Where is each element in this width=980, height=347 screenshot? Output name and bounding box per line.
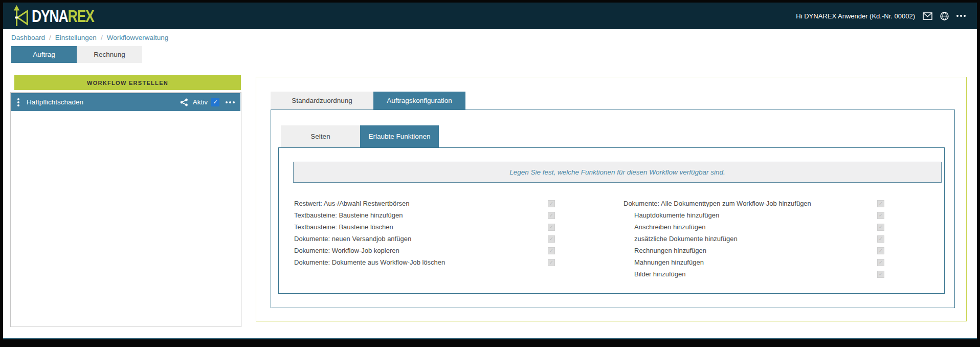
workflow-status-label: Aktiv	[193, 98, 208, 106]
function-label: Textbausteine: Bausteine löschen	[294, 223, 393, 231]
function-checkbox: ✓	[548, 200, 555, 207]
function-checkbox: ✓	[548, 212, 555, 219]
share-icon[interactable]	[180, 98, 188, 106]
function-row: Textbausteine: Bausteine löschen✓	[294, 221, 555, 233]
function-label: Hauptdokumente hinzufügen	[623, 211, 719, 219]
function-label: Mahnungen hinzufügen	[623, 258, 704, 266]
logo-arrow-icon	[11, 5, 31, 27]
function-checkbox: ✓	[877, 200, 884, 207]
function-checkbox: ✓	[877, 224, 884, 231]
info-message: Legen Sie fest, welche Funktionen für di…	[293, 162, 942, 183]
function-checkbox: ✓	[877, 271, 884, 278]
configuration-panel: StandardzuordnungAuftragskonfiguration S…	[256, 77, 967, 321]
workflow-item[interactable]: HaftpflichtschadenAktiv✓	[11, 93, 240, 111]
function-checkbox: ✓	[877, 259, 884, 266]
function-row: Dokumente: Dokumente aus Workflow-Job lö…	[294, 256, 555, 268]
workflow-name: Haftpflichtschaden	[27, 98, 180, 106]
panel-tabs-level1: StandardzuordnungAuftragskonfiguration	[271, 92, 465, 110]
function-label: zusätzliche Dokumente hinzufügen	[623, 235, 738, 243]
function-label: Dokumente: Alle Dokumenttypen zum Workfl…	[623, 200, 811, 207]
tab-standardzuordnung[interactable]: Standardzuordnung	[271, 92, 373, 110]
function-row: Dokumente: neuen Versandjob anfügen✓	[294, 233, 555, 245]
app-header: DYNAREX Hi DYNAREX Anwender (Kd.-Nr. 000…	[3, 3, 977, 29]
function-label: Restwert: Aus-/Abwahl Restwertbörsen	[294, 200, 409, 207]
app-page: DYNAREX Hi DYNAREX Anwender (Kd.-Nr. 000…	[3, 3, 977, 339]
breadcrumb-separator: /	[101, 34, 103, 41]
function-label: Rechnungen hinzufügen	[623, 247, 706, 254]
tab-auftragskonfiguration[interactable]: Auftragskonfiguration	[373, 92, 465, 110]
auftragskonfiguration-content: SeitenErlaubte Funktionen Legen Sie fest…	[271, 110, 955, 308]
tab-rechnung[interactable]: Rechnung	[77, 46, 142, 63]
function-label: Bilder hinzufügen	[623, 270, 685, 278]
tab-auftrag[interactable]: Auftrag	[11, 46, 77, 63]
erlaubte-funktionen-content: Legen Sie fest, welche Funktionen für di…	[278, 147, 945, 294]
function-row: Rechnungen hinzufügen✓	[623, 245, 884, 256]
function-row: Dokumente: Workflow-Job kopieren✓	[294, 245, 555, 256]
create-workflow-button[interactable]: WORKFLOW ERSTELLEN	[14, 75, 241, 90]
function-checkbox: ✓	[877, 247, 884, 254]
function-checkbox: ✓	[548, 235, 555, 243]
function-label: Dokumente: Workflow-Job kopieren	[294, 247, 399, 254]
breadcrumb-item-dashboard[interactable]: Dashboard	[11, 34, 45, 41]
function-row: Anschreiben hinzufügen✓	[623, 221, 884, 233]
mail-icon[interactable]	[923, 12, 932, 20]
function-row: Hauptdokumente hinzufügen✓	[623, 209, 884, 221]
user-greeting: Hi DYNAREX Anwender (Kd.-Nr. 00002)	[796, 12, 915, 20]
breadcrumb-separator: /	[49, 34, 51, 41]
function-checkbox: ✓	[548, 247, 555, 254]
breadcrumb: Dashboard/Einstellungen/Workflowverwaltu…	[3, 29, 977, 46]
logo-text: DYNAREX	[32, 6, 94, 26]
function-row: zusätzliche Dokumente hinzufügen✓	[623, 233, 884, 245]
main-tabs: AuftragRechnung	[11, 46, 142, 63]
globe-icon[interactable]	[940, 12, 949, 20]
function-label: Dokumente: neuen Versandjob anfügen	[294, 235, 411, 243]
tab-seiten[interactable]: Seiten	[281, 125, 360, 147]
panel-tabs-level2: SeitenErlaubte Funktionen	[281, 125, 439, 147]
function-checkbox: ✓	[877, 212, 884, 219]
function-label: Anschreiben hinzufügen	[623, 223, 706, 231]
function-label: Textbausteine: Bausteine hinzufügen	[294, 211, 403, 219]
breadcrumb-item-einstellungen[interactable]: Einstellungen	[55, 34, 97, 41]
function-row: Textbausteine: Bausteine hinzufügen✓	[294, 209, 555, 221]
function-label: Dokumente: Dokumente aus Workflow-Job lö…	[294, 258, 445, 266]
functions-column-left: Restwert: Aus-/Abwahl Restwertbörsen✓Tex…	[294, 198, 555, 268]
breadcrumb-item-workflowverwaltung[interactable]: Workflowverwaltung	[107, 34, 169, 41]
function-row: Mahnungen hinzufügen✓	[623, 256, 884, 268]
drag-handle-icon[interactable]	[17, 98, 19, 106]
more-options-icon[interactable]	[956, 15, 966, 17]
workflow-list: HaftpflichtschadenAktiv✓	[10, 92, 241, 327]
dynarex-logo[interactable]: DYNAREX	[11, 5, 112, 27]
function-checkbox: ✓	[877, 235, 884, 243]
functions-column-right: Dokumente: Alle Dokumenttypen zum Workfl…	[623, 198, 884, 280]
function-row: Bilder hinzufügen✓	[623, 268, 884, 280]
function-checkbox: ✓	[548, 259, 555, 266]
content-area: WORKFLOW ERSTELLEN HaftpflichtschadenAkt…	[3, 63, 977, 338]
function-row: Restwert: Aus-/Abwahl Restwertbörsen✓	[294, 198, 555, 209]
function-checkbox: ✓	[548, 224, 555, 231]
active-checkbox[interactable]: ✓	[211, 98, 219, 106]
workflow-more-options-icon[interactable]	[226, 101, 235, 103]
tab-erlaubte-funktionen[interactable]: Erlaubte Funktionen	[360, 125, 439, 147]
function-row: Dokumente: Alle Dokumenttypen zum Workfl…	[623, 198, 884, 209]
